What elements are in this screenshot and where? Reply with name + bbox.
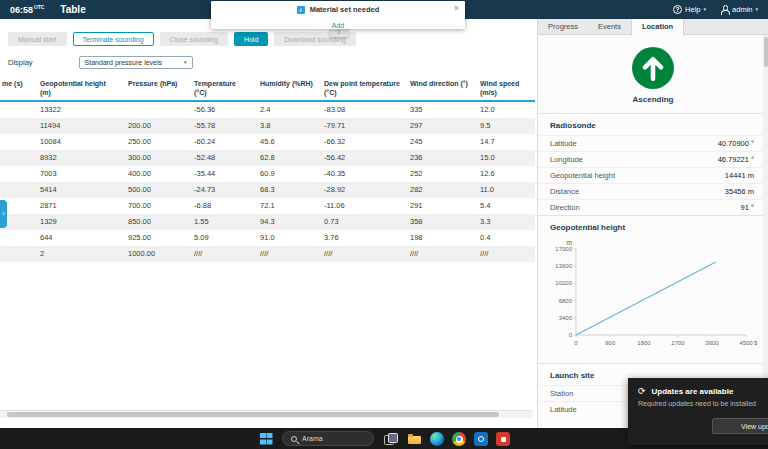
display-selected-value: Standard pressure levels [85, 59, 162, 66]
table-cell: 15.0 [474, 150, 535, 166]
table-row: 5414500.00-24.7368.3-28.9228211.0 [0, 182, 535, 198]
tab-events[interactable]: Events [588, 19, 631, 34]
svg-text:17000: 17000 [555, 246, 572, 252]
table-cell: -40.35 [318, 166, 404, 182]
table-cell: 11.0 [474, 182, 535, 198]
toolbar-button-close-sounding[interactable]: Close sounding [160, 32, 228, 46]
search-icon [291, 436, 297, 442]
chevron-down-icon: ▾ [704, 7, 707, 12]
help-menu[interactable]: ? Help ▾ [673, 5, 706, 14]
radiosonde-rows: Latitude40.70900 °Longitude46.79221 °Geo… [538, 135, 768, 215]
table-cell: 5.09 [188, 230, 254, 246]
app-blue-icon[interactable] [474, 432, 488, 446]
column-header: Wind direction (°) [404, 77, 474, 100]
edge-icon[interactable] [430, 432, 444, 446]
table-cell [0, 118, 34, 134]
radiosonde-section: Radiosonde Latitude40.70900 °Longitude46… [538, 113, 768, 215]
table-row: 2871700.00-6.8872.1-11.062915.4 [0, 198, 535, 214]
table-row: 13322-56.362.4-83.0833512.0 [0, 102, 535, 118]
field-label: Longitude [550, 155, 583, 164]
field-value: 35456 m [725, 187, 754, 196]
table-cell: -24.73 [188, 182, 254, 198]
column-header: Pressure (hPa) [122, 77, 188, 100]
table-cell: -6.88 [188, 198, 254, 214]
search-label: Arama [302, 435, 323, 442]
chevron-down-icon: ▾ [184, 60, 187, 65]
table-cell: 5.4 [474, 198, 535, 214]
table-cell: 62.8 [254, 150, 318, 166]
add-link[interactable]: Add [332, 22, 344, 29]
tab-progress[interactable]: Progress [538, 19, 588, 34]
table-cell: //// [254, 246, 318, 262]
help-icon: ? [673, 5, 682, 14]
horizontal-scrollbar[interactable] [0, 410, 533, 418]
panel-scrollbar[interactable] [763, 35, 768, 428]
column-header: Humidity (%RH) [254, 77, 318, 100]
tab-location[interactable]: Location [631, 19, 684, 35]
table-cell: 2871 [34, 198, 122, 214]
table-cell: 700.00 [122, 198, 188, 214]
view-updates-button[interactable]: View updates [712, 418, 768, 434]
table-cell: //// [188, 246, 254, 262]
table-cell: -60.24 [188, 134, 254, 150]
toolbar-button-hold[interactable]: Hold [234, 32, 268, 46]
table-cell: 500.00 [122, 182, 188, 198]
table-cell [0, 150, 34, 166]
close-icon[interactable]: × [454, 3, 459, 13]
user-menu[interactable]: admin ▾ [720, 5, 758, 14]
display-row: Display Standard pressure levels ▾ [8, 56, 537, 69]
table-cell: 11494 [34, 118, 122, 134]
scrollbar-thumb[interactable] [7, 412, 499, 417]
svg-text:2700: 2700 [671, 340, 685, 346]
field-value: 46.79221 ° [718, 155, 754, 164]
svg-text:m: m [567, 239, 572, 246]
table-cell: 236 [404, 150, 474, 166]
table-cell: 72.1 [254, 198, 318, 214]
table-cell [0, 102, 34, 118]
info-icon: i [297, 6, 305, 14]
table-cell [0, 134, 34, 150]
toast-title: Material set needed [310, 5, 380, 14]
table-cell [0, 230, 34, 246]
app-screen: 06:58UTC Table ? Help ▾ admin ▾ Manual s… [0, 0, 768, 449]
table-cell: -52.48 [188, 150, 254, 166]
toolbar-button-manual-start[interactable]: Manual start [8, 32, 67, 46]
table-cell: 291 [404, 198, 474, 214]
app-red-icon[interactable] [496, 432, 510, 446]
taskbar-search[interactable]: Arama [282, 431, 374, 446]
table-cell [122, 102, 188, 118]
toolbar-button-terminate-sounding[interactable]: Terminate sounding [73, 32, 154, 46]
field-label: Latitude [550, 405, 577, 414]
scrollbar-thumb[interactable] [764, 37, 768, 67]
table-row: 21000.00//////////////////// [0, 246, 535, 262]
display-select[interactable]: Standard pressure levels ▾ [79, 56, 193, 69]
field-row-latitude: Latitude40.70900 ° [538, 135, 768, 151]
table-cell: 3.76 [318, 230, 404, 246]
table-row: 8932300.00-52.4862.8-56.4223615.0 [0, 150, 535, 166]
table-cell: 1.55 [188, 214, 254, 230]
section-title: Geopotential height [538, 216, 768, 237]
table-cell: 9.5 [474, 118, 535, 134]
field-row-distance: Distance35456 m [538, 183, 768, 199]
expand-panel-handle[interactable]: › [0, 200, 7, 228]
geopotential-height-chart: m034006800102001360017000090018002700360… [542, 237, 760, 355]
table-cell: 850.00 [122, 214, 188, 230]
section-title: Radiosonde [538, 114, 768, 135]
table-cell: 94.3 [254, 214, 318, 230]
start-button[interactable] [258, 431, 274, 447]
table-cell: 14.7 [474, 134, 535, 150]
table-cell: 7003 [34, 166, 122, 182]
table-row: 1329850.001.5594.30.733583.3 [0, 214, 535, 230]
side-panel: ProgressEventsLocation Ascending Radioso… [537, 19, 768, 428]
chrome-icon[interactable] [452, 432, 466, 446]
sonde-status: Ascending [538, 35, 768, 113]
table-cell: 198 [404, 230, 474, 246]
table-cell: 60.9 [254, 166, 318, 182]
table-cell: 2.4 [254, 102, 318, 118]
task-view-icon[interactable] [382, 431, 398, 447]
help-label: Help [685, 5, 700, 14]
table-cell [0, 182, 34, 198]
file-explorer-icon[interactable] [406, 431, 422, 447]
table-header-row: me (s)Geopotential height (m)Pressure (h… [0, 77, 535, 102]
table-cell: 12.6 [474, 166, 535, 182]
